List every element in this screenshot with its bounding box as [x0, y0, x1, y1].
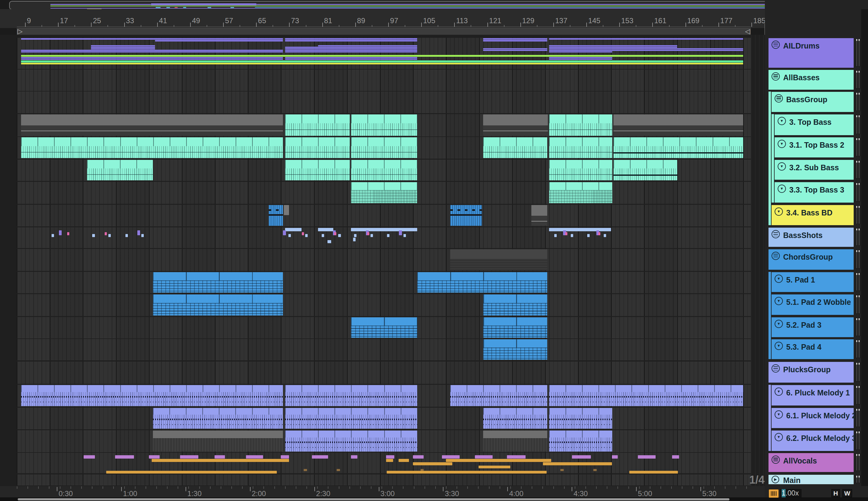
clip[interactable] [351, 160, 417, 180]
clip[interactable] [450, 205, 482, 226]
scrub-area[interactable]: ▷ ◁ [17, 28, 751, 35]
bassshot-note[interactable] [105, 232, 107, 235]
bassshot-note[interactable] [328, 240, 331, 243]
clip[interactable] [483, 295, 547, 316]
arrangement-row[interactable] [17, 272, 751, 293]
arrangement-row[interactable] [17, 227, 751, 248]
clip[interactable] [351, 317, 417, 338]
track-header-allvocals[interactable]: AllVocals [769, 453, 854, 472]
track-header-3-top-bass[interactable]: 3. Top Bass [775, 115, 854, 135]
bassshot-note[interactable] [108, 234, 111, 237]
track-header-bassgroup[interactable]: BassGroup [772, 92, 854, 112]
bassshot-note[interactable] [338, 234, 341, 237]
bassshot-note[interactable] [604, 234, 606, 237]
clip[interactable] [483, 408, 547, 429]
group-menu-icon[interactable] [772, 364, 780, 373]
fold-icon[interactable] [775, 297, 783, 305]
arrangement-row[interactable] [17, 362, 751, 384]
fold-icon[interactable] [775, 275, 783, 283]
clip[interactable] [268, 205, 283, 226]
clip[interactable] [285, 137, 350, 158]
arrangement-row[interactable] [17, 339, 751, 360]
clip[interactable] [87, 160, 153, 180]
clip[interactable] [613, 115, 743, 136]
fold-icon[interactable] [775, 207, 783, 216]
bassshot-note[interactable] [305, 234, 308, 237]
fold-icon[interactable] [778, 117, 786, 125]
fold-icon[interactable] [775, 342, 783, 350]
track-header-allbasses[interactable]: AllBasses [769, 70, 854, 90]
arrangement-row[interactable] [17, 317, 751, 338]
bassshot-strip[interactable] [285, 228, 301, 231]
bassshot-note[interactable] [141, 234, 144, 237]
horizontal-scrollbar-thumb[interactable] [18, 498, 729, 500]
arrangement-row[interactable] [17, 249, 751, 271]
bassshot-note[interactable] [387, 234, 390, 237]
bassshot-note[interactable] [52, 234, 54, 237]
bassshot-note[interactable] [125, 234, 128, 237]
bassshot-strip[interactable] [318, 228, 333, 231]
arrangement-row[interactable] [17, 114, 751, 136]
audition-button[interactable] [769, 489, 779, 498]
bar-ruler[interactable]: 9172533414957657381899710511312112913714… [0, 9, 765, 28]
arrangement-row[interactable] [17, 160, 751, 181]
clip[interactable] [450, 249, 547, 270]
bassshot-note[interactable] [554, 234, 557, 237]
group-menu-icon[interactable] [772, 252, 780, 260]
clip[interactable] [285, 160, 350, 180]
loop-end-marker[interactable]: ◁ [745, 28, 750, 35]
group-menu-icon[interactable] [772, 230, 780, 238]
bassshot-note[interactable] [283, 230, 286, 235]
track-header-5-pad-1[interactable]: 5. Pad 1 [772, 272, 854, 292]
clip[interactable] [285, 408, 417, 429]
arrangement-row[interactable] [17, 137, 751, 159]
arrangement-row[interactable] [17, 70, 751, 91]
playback-speed-field[interactable]: 1.00x [780, 489, 802, 497]
group-menu-icon[interactable] [772, 72, 780, 81]
clip[interactable] [284, 205, 289, 215]
bassshot-note[interactable] [399, 230, 402, 235]
bassshot-strip[interactable] [351, 228, 417, 231]
arrangement-row[interactable] [17, 430, 751, 452]
loop-start-marker[interactable]: ▷ [18, 28, 23, 35]
clip[interactable] [549, 408, 612, 429]
width-zoom-button[interactable]: W [843, 489, 852, 497]
bassshot-note[interactable] [371, 234, 373, 237]
track-header-6-pluck-melody-1[interactable]: 6. Pluck Melody 1 [772, 385, 854, 405]
arrangement-row[interactable] [17, 92, 751, 113]
bassshot-note[interactable] [334, 232, 336, 235]
clip[interactable] [21, 385, 283, 406]
clip[interactable] [549, 430, 612, 451]
fold-icon[interactable] [778, 184, 786, 193]
bassshot-note[interactable] [403, 234, 406, 237]
clip[interactable] [450, 385, 547, 406]
bassshot-note[interactable] [367, 232, 369, 235]
track-header-5-3-pad-4[interactable]: 5.3. Pad 4 [772, 339, 854, 359]
height-zoom-button[interactable]: H [832, 489, 840, 497]
arrangement-row[interactable] [17, 205, 751, 226]
fold-icon[interactable] [775, 433, 783, 441]
track-header-3-1-top-bass-2[interactable]: 3.1. Top Bass 2 [775, 137, 854, 158]
arrangement-row[interactable] [17, 38, 751, 69]
clip[interactable] [285, 430, 417, 451]
bassshot-note[interactable] [59, 230, 62, 235]
clip[interactable] [285, 385, 417, 406]
fold-icon[interactable] [778, 162, 786, 171]
clip[interactable] [483, 115, 548, 136]
arrangement-row[interactable] [17, 475, 751, 486]
track-header-5-1-pad-2-wobble[interactable]: 5.1. Pad 2 Wobble [772, 295, 854, 315]
bassshot-note[interactable] [354, 234, 357, 237]
group-menu-icon[interactable] [772, 41, 780, 49]
track-header-3-2-sub-bass[interactable]: 3.2. Sub Bass [775, 160, 854, 180]
clip[interactable] [549, 385, 743, 406]
clip[interactable] [531, 205, 547, 226]
clip[interactable] [549, 182, 612, 203]
track-header-main[interactable]: Main [769, 475, 854, 484]
bassshot-note[interactable] [137, 230, 140, 235]
right-scroll-column[interactable] [861, 9, 868, 497]
bassshot-note[interactable] [587, 234, 590, 237]
clip[interactable] [285, 115, 350, 136]
arrangement-row[interactable] [17, 385, 751, 407]
clip[interactable] [549, 115, 612, 136]
clip[interactable] [613, 160, 677, 180]
